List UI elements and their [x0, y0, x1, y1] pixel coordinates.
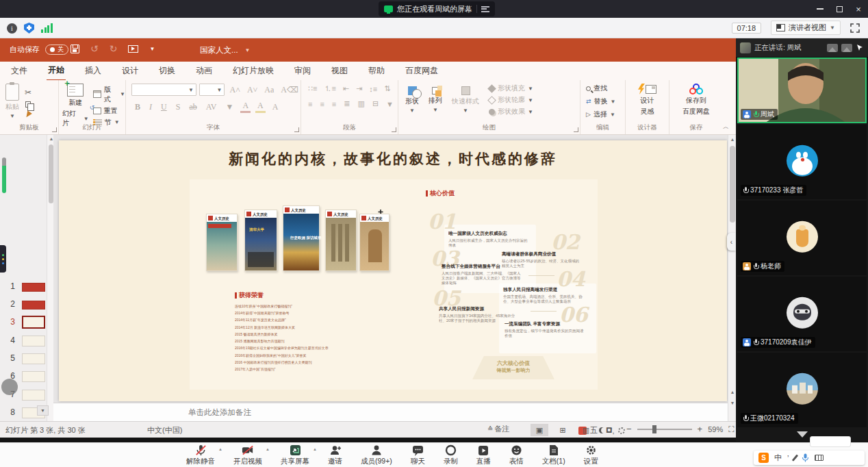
- slide-thumb-2[interactable]: [22, 301, 45, 310]
- replace-button[interactable]: ⇄替换▼: [586, 97, 625, 106]
- notes-toggle[interactable]: ≙ 备注: [487, 424, 509, 434]
- sidebar-collapse-handle[interactable]: ‹: [727, 233, 736, 251]
- tab-slideshow[interactable]: 幻灯片放映: [231, 62, 275, 80]
- tab-insert[interactable]: 插入: [84, 62, 103, 80]
- restore-button[interactable]: [830, 0, 849, 18]
- shrink-font-icon[interactable]: A˅: [245, 85, 259, 95]
- tab-transitions[interactable]: 切换: [157, 62, 177, 80]
- zoom-slider-handle[interactable]: [652, 425, 656, 433]
- shapes-button[interactable]: 形状▼: [405, 86, 419, 114]
- arrange-button[interactable]: 排列▼: [429, 87, 442, 113]
- select-button[interactable]: ▷选择▼: [586, 110, 625, 119]
- record-button[interactable]: 录制: [444, 444, 458, 466]
- info-icon[interactable]: i: [7, 23, 17, 34]
- tab-design[interactable]: 设计: [120, 62, 140, 80]
- main-scroll-thumb[interactable]: [730, 146, 735, 223]
- ime-language-icon[interactable]: 中: [774, 453, 782, 463]
- bullets-icon[interactable]: ∷≡: [307, 84, 318, 93]
- chat-button[interactable]: 聊天: [411, 444, 425, 466]
- video-options-caret[interactable]: ▲: [266, 447, 270, 451]
- strikethrough-button[interactable]: ab: [187, 102, 199, 112]
- thumb-scroll-down-button[interactable]: ▼: [37, 405, 49, 416]
- docs-button[interactable]: 文档(1): [542, 444, 565, 466]
- banner-menu-icon[interactable]: [481, 6, 489, 12]
- participant-tile-yuanjiayi[interactable]: 37170209袁佳伊: [737, 277, 867, 351]
- text-direction-icon[interactable]: ⇅: [383, 84, 392, 93]
- ime-settings-icon[interactable]: [618, 427, 625, 434]
- layout-thumb-icon[interactable]: [841, 44, 852, 52]
- tab-animations[interactable]: 动画: [194, 62, 214, 80]
- main-scrollbar[interactable]: ▲ ▲ ▼: [728, 135, 736, 421]
- notes-pane[interactable]: 单击此处添加备注: [53, 403, 736, 421]
- bold-button[interactable]: B: [133, 102, 142, 112]
- ime-handwriting-icon[interactable]: [792, 454, 798, 461]
- autosave-toggle[interactable]: 关: [45, 45, 68, 55]
- zoom-percent[interactable]: 59%: [708, 425, 723, 433]
- tab-view[interactable]: 视图: [330, 62, 349, 80]
- align-left-icon[interactable]: ≡: [307, 100, 314, 108]
- slide-thumb-1[interactable]: [22, 283, 45, 292]
- format-painter-icon[interactable]: [24, 111, 32, 119]
- mic-options-caret[interactable]: ▲: [218, 447, 222, 451]
- ime-keyboard-icon[interactable]: [815, 455, 824, 461]
- design-ideas-button[interactable]: 设计 灵感: [626, 84, 669, 116]
- clipboard-dialog-launcher[interactable]: [52, 127, 57, 132]
- redo-icon[interactable]: ↻: [110, 43, 118, 54]
- increase-indent-icon[interactable]: ⇥: [355, 84, 363, 93]
- tab-home[interactable]: 开始: [47, 61, 66, 81]
- find-button[interactable]: 查找: [586, 84, 625, 93]
- zoom-out-button[interactable]: −: [626, 424, 632, 434]
- minimize-button[interactable]: [810, 0, 830, 18]
- doc-title-caret[interactable]: ▼: [245, 47, 251, 53]
- reading-view-button[interactable]: ▥: [577, 424, 595, 436]
- view-mode-select[interactable]: 演讲者视图 ▼: [771, 21, 841, 35]
- emoji-button[interactable]: 表情: [509, 444, 524, 466]
- invite-button[interactable]: 邀请: [328, 444, 342, 466]
- shadow-button[interactable]: S: [174, 102, 183, 112]
- cut-icon[interactable]: ✂: [25, 88, 31, 97]
- ime-punctuation-icon[interactable]: ’: [787, 454, 789, 462]
- italic-button[interactable]: I: [147, 102, 154, 112]
- quick-access-caret[interactable]: ▼: [149, 46, 155, 52]
- align-right-icon[interactable]: ≡: [331, 100, 337, 108]
- save-to-baidu-button[interactable]: 保存到 百度网盘: [669, 84, 723, 116]
- close-button[interactable]: ×: [849, 0, 868, 18]
- tab-help[interactable]: 帮助: [367, 62, 386, 80]
- shape-outline-button[interactable]: 形状轮廓▼: [489, 95, 533, 105]
- drawing-dialog-launcher[interactable]: [574, 127, 578, 132]
- font-size-select[interactable]: ▼: [199, 84, 225, 96]
- thumbnail-scrollbar[interactable]: ▲: [47, 135, 53, 421]
- slide-thumb-4[interactable]: [22, 336, 45, 346]
- shape-fill-button[interactable]: 形状填充▼: [489, 84, 533, 93]
- tab-baidu-netdisk[interactable]: 百度网盘: [404, 62, 439, 80]
- underline-button[interactable]: U: [159, 102, 169, 112]
- slide-thumb-7[interactable]: [22, 390, 45, 401]
- slide-thumb-5[interactable]: [22, 353, 45, 364]
- justify-icon[interactable]: ≣: [342, 99, 351, 108]
- tab-review[interactable]: 审阅: [293, 62, 312, 80]
- participant-tile-zhangyanzhe[interactable]: 37170233 张彦哲: [737, 125, 867, 199]
- members-button[interactable]: 成员(99+): [361, 444, 392, 466]
- scroll-up-icon[interactable]: ▲: [47, 136, 55, 141]
- decrease-indent-icon[interactable]: ⇤: [342, 84, 350, 93]
- fit-slide-button[interactable]: ⛶: [728, 425, 734, 434]
- document-title[interactable]: 国家人文...: [200, 45, 238, 55]
- layout-button[interactable]: 版式▼: [93, 85, 125, 104]
- sogou-logo-icon[interactable]: S: [758, 453, 769, 463]
- quick-styles-button[interactable]: 快速样式▼: [452, 86, 479, 114]
- reset-button[interactable]: 重置: [93, 106, 125, 116]
- normal-view-button[interactable]: ▣: [531, 424, 548, 436]
- participant-tile-zhoubin[interactable]: 周斌: [737, 58, 867, 123]
- char-spacing-button[interactable]: AV: [204, 102, 219, 112]
- zoom-slider[interactable]: [637, 429, 692, 430]
- slide-counter[interactable]: 幻灯片 第 3 张, 共 30 张: [5, 425, 86, 436]
- new-slide-button[interactable]: 新建 幻灯片▼: [62, 84, 89, 128]
- zoom-in-button[interactable]: +: [698, 424, 703, 434]
- save-icon[interactable]: [71, 45, 79, 53]
- font-name-select[interactable]: ▼: [131, 84, 196, 96]
- slideshow-view-button[interactable]: 🞓: [600, 424, 618, 436]
- smartart-icon[interactable]: ⊟: [371, 99, 380, 108]
- align-center-icon[interactable]: ≡: [318, 100, 325, 108]
- sogou-ime-bar[interactable]: S 中 ’: [754, 451, 865, 465]
- undo-icon[interactable]: ↺: [90, 43, 99, 54]
